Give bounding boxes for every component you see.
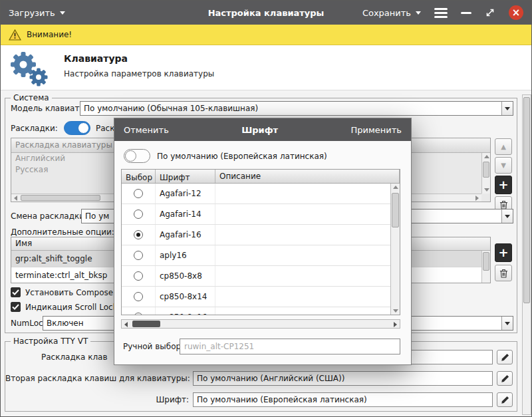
- load-button[interactable]: Загрузить: [1, 1, 73, 25]
- font-table-vscrollbar[interactable]: [390, 184, 400, 315]
- font-default-toggle[interactable]: [124, 149, 150, 163]
- font-table-header: Выбор Шрифт Описание: [122, 170, 400, 184]
- trash-icon: [499, 269, 508, 278]
- save-button-label: Сохранить: [362, 8, 411, 18]
- font-radio[interactable]: [134, 230, 143, 239]
- chevron-down-icon: [501, 102, 513, 115]
- tty-font-edit-button[interactable]: [497, 392, 513, 407]
- scroll-left-icon: [124, 322, 128, 327]
- check-icon: [12, 304, 19, 310]
- app-header: Клавиатура Настройка параметров клавиату…: [1, 45, 531, 90]
- layouts-list-vscrollbar[interactable]: [481, 153, 490, 194]
- trash-icon: [499, 200, 508, 209]
- manual-select-label: Ручной выбор:: [123, 339, 184, 354]
- font-radio[interactable]: [134, 209, 143, 219]
- main-vscrollbar-thumb[interactable]: [523, 97, 530, 303]
- minimize-icon: [461, 12, 471, 14]
- main-vscrollbar[interactable]: [522, 94, 531, 415]
- font-name: Agafari-14: [156, 204, 215, 224]
- scroll-right-icon: [394, 322, 397, 327]
- font-row[interactable]: cp850-8x16: [122, 307, 400, 315]
- menu-button[interactable]: [434, 8, 448, 18]
- dialog-cancel-button[interactable]: Отменить: [124, 125, 169, 135]
- layout-move-down-button: ▼: [495, 157, 512, 174]
- font-table: Выбор Шрифт Описание Agafari-12 Agafari-…: [121, 169, 400, 315]
- arrow-down-icon: ▼: [501, 162, 506, 169]
- manual-select-input[interactable]: [180, 339, 400, 354]
- warning-bar: Внимание!: [1, 25, 531, 45]
- tty-second-layout-edit-button[interactable]: [497, 371, 513, 386]
- pencil-icon: [501, 353, 509, 362]
- layout-add-button[interactable]: +: [495, 176, 512, 194]
- font-radio[interactable]: [134, 313, 143, 315]
- layout-change-label: Смена раскладки:: [11, 209, 87, 223]
- hscrollbar-thumb[interactable]: [132, 321, 160, 327]
- tty-second-layout-field: По умолчанию (Английский (США)): [193, 371, 493, 386]
- font-row[interactable]: cp850-8x8: [122, 266, 400, 287]
- page-subtitle: Настройка параметров клавиатуры: [64, 69, 214, 78]
- minimize-button[interactable]: [461, 12, 471, 14]
- save-button[interactable]: Сохранить: [362, 1, 421, 25]
- keyboard-model-select[interactable]: По умолчанию (Обычная 105-клавишная): [80, 101, 513, 116]
- layouts-label: Раскладки:: [11, 121, 58, 136]
- font-radio[interactable]: [134, 189, 143, 198]
- tty-group-legend: Настройка TTY VT: [11, 337, 90, 346]
- gears-icon: [7, 49, 50, 88]
- font-row[interactable]: Agafari-14: [122, 204, 400, 225]
- plus-icon: +: [498, 247, 508, 259]
- tty-font-field: По умолчанию (Европейская латинская): [193, 392, 493, 407]
- dialog-apply-button[interactable]: Применить: [351, 125, 402, 135]
- page-title: Клавиатура: [64, 53, 128, 64]
- font-table-hscrollbar[interactable]: [121, 319, 400, 329]
- maximize-button[interactable]: [485, 7, 495, 18]
- chevron-down-icon: [416, 11, 421, 17]
- font-radio[interactable]: [134, 292, 143, 301]
- tty-layout-edit-button[interactable]: [497, 350, 513, 364]
- pencil-icon: [501, 374, 509, 383]
- font-row[interactable]: cp850-8x14: [122, 287, 400, 307]
- font-radio[interactable]: [134, 251, 143, 260]
- pencil-icon: [501, 396, 509, 404]
- layouts-toggle[interactable]: [64, 121, 90, 135]
- scroll-up-icon: [484, 155, 489, 158]
- font-dialog: Отменить Шрифт Применить По умолчанию (Е…: [114, 118, 412, 365]
- load-button-label: Загрузить: [9, 8, 55, 18]
- option-delete-button[interactable]: [495, 265, 512, 281]
- chevron-down-icon: [501, 209, 513, 223]
- close-icon: ×: [512, 8, 521, 18]
- font-name: cp850-8x8: [156, 266, 215, 286]
- font-radio[interactable]: [134, 271, 143, 281]
- chevron-down-icon: [60, 11, 65, 17]
- font-name: Agafari-16: [156, 225, 215, 245]
- chevron-down-icon: [501, 317, 513, 330]
- scroll-up-icon: [393, 186, 398, 189]
- font-row[interactable]: aply16: [122, 245, 400, 266]
- arrow-up-icon: ▲: [501, 143, 506, 150]
- option-add-button[interactable]: +: [495, 243, 512, 262]
- font-row[interactable]: Agafari-16: [122, 225, 400, 245]
- close-button[interactable]: ×: [509, 5, 523, 20]
- maximize-icon: [485, 7, 495, 18]
- titlebar: Загрузить Настройка клавиатуры Сохранить…: [1, 1, 531, 25]
- check-icon: [12, 289, 19, 295]
- tty-layout-label: Раскладка клав: [41, 350, 108, 364]
- scroll-left-icon: [14, 196, 17, 201]
- warning-text: Внимание!: [27, 30, 72, 39]
- layout-move-up-button: ▲: [495, 138, 512, 155]
- column-description: Описание: [215, 170, 400, 183]
- font-row[interactable]: Agafari-12: [122, 184, 400, 204]
- dialog-title: Шрифт: [241, 125, 278, 135]
- font-name: cp850-8x16: [156, 307, 215, 315]
- compose-checkbox[interactable]: [11, 287, 21, 297]
- compose-checkbox-label: Установить Compose: [25, 285, 113, 300]
- font-name: cp850-8x14: [156, 287, 215, 307]
- scrolllock-checkbox-label: Индикация Scroll Lock: [25, 300, 118, 315]
- column-font: Шрифт: [156, 170, 215, 183]
- scroll-right-icon: [475, 196, 479, 201]
- keyboard-model-value: По умолчанию (Обычная 105-клавишная): [84, 102, 499, 115]
- options-table-vscrollbar[interactable]: [481, 251, 490, 283]
- keyboard-settings-window: Загрузить Настройка клавиатуры Сохранить…: [0, 0, 532, 417]
- tty-font-label: Шрифт:: [5, 392, 189, 407]
- scrolllock-checkbox[interactable]: [11, 302, 21, 312]
- font-dialog-header: Отменить Шрифт Применить: [114, 118, 411, 141]
